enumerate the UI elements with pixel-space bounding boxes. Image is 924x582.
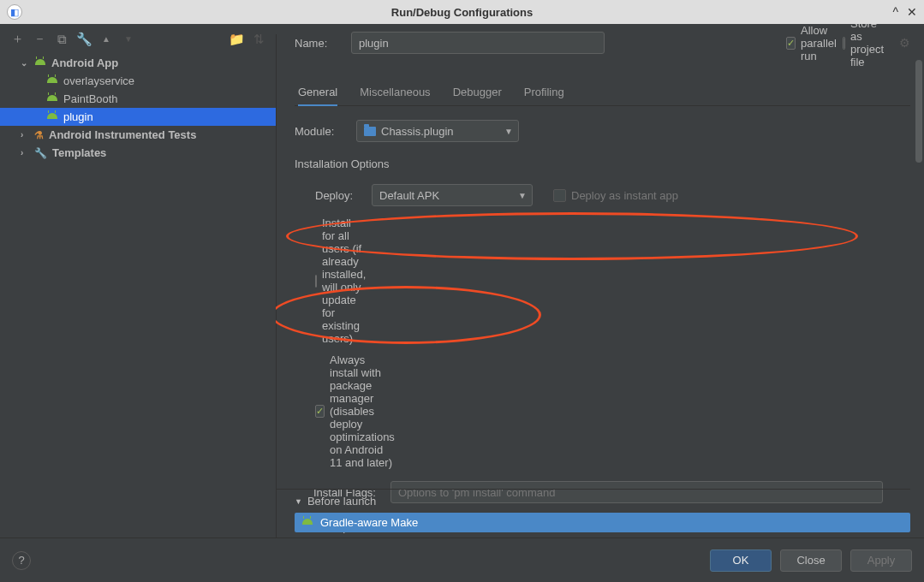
install-all-row: Install for all users (if already instal… [315, 217, 910, 345]
tab-miscellaneous[interactable]: Miscellaneous [360, 80, 430, 105]
before-launch-item[interactable]: Gradle-aware Make [295, 513, 910, 532]
close-button[interactable]: Close [780, 549, 842, 572]
tree-android-app[interactable]: ⌄ Android App [0, 54, 276, 72]
tree-templates[interactable]: › 🔧 Templates [0, 144, 276, 162]
checkbox-label: Deploy as instant app [571, 189, 678, 202]
down-icon[interactable]: ▼ [122, 34, 135, 44]
name-input[interactable] [351, 32, 605, 54]
apply-button[interactable]: Apply [850, 549, 912, 572]
tree-label: Templates [52, 146, 106, 159]
checkbox-icon [315, 405, 325, 418]
chevron-right-icon: › [21, 148, 29, 157]
sort-icon[interactable]: ⇅ [252, 32, 265, 47]
tab-general[interactable]: General [298, 80, 337, 105]
deploy-row: Deploy: Default APK ▼ Deploy as instant … [315, 184, 910, 206]
tree-item-plugin[interactable]: plugin [0, 108, 276, 126]
chevron-right-icon: › [21, 130, 29, 140]
up-icon[interactable]: ▲ [99, 34, 113, 44]
deploy-value: Default APK [379, 189, 439, 202]
ok-button[interactable]: OK [710, 549, 772, 572]
wrench-icon[interactable]: 🔧 [77, 32, 91, 47]
android-icon [46, 95, 58, 104]
chevron-down-icon: ▼ [504, 127, 513, 136]
help-button[interactable]: ? [12, 551, 31, 570]
tree-item-overlayservice[interactable]: overlayservice [0, 72, 276, 90]
window-close-icon[interactable]: ✕ [907, 5, 917, 19]
wrench-icon: 🔧 [34, 147, 47, 159]
always-package-manager-checkbox[interactable]: Always install with package manager (dis… [315, 353, 365, 469]
tree-label: overlayservice [63, 74, 134, 87]
app-icon: ◧ [7, 4, 22, 20]
tree-instrumented[interactable]: › ⚗ Android Instrumented Tests [0, 126, 276, 144]
left-panel: ＋ － ⧉ 🔧 ▲ ▼ 📁 ⇅ ⌄ Android App overlayser… [0, 24, 276, 537]
deploy-label: Deploy: [315, 189, 360, 202]
install-all-users-checkbox[interactable]: Install for all users (if already instal… [315, 217, 365, 345]
checkbox-label: Store as project file [850, 24, 884, 68]
tree-label: plugin [63, 110, 93, 123]
footer: ? OK Close Apply [0, 537, 924, 582]
deploy-instant-app-checkbox[interactable]: Deploy as instant app [553, 189, 678, 202]
config-toolbar: ＋ － ⧉ 🔧 ▲ ▼ 📁 ⇅ [0, 24, 276, 50]
before-launch-panel: ▼ Before launch Gradle-aware Make [276, 489, 910, 537]
always-pkg-row: Always install with package manager (dis… [315, 353, 910, 469]
before-launch-label: Gradle-aware Make [320, 516, 418, 529]
chevron-down-icon: ⌄ [21, 58, 29, 68]
chevron-down-icon: ▼ [295, 497, 302, 506]
android-icon [46, 113, 58, 122]
tab-profiling[interactable]: Profiling [524, 80, 564, 105]
add-icon[interactable]: ＋ [10, 31, 24, 47]
remove-icon[interactable]: － [33, 31, 46, 47]
checkbox-icon [786, 37, 796, 50]
android-icon [301, 519, 313, 527]
allow-parallel-checkbox[interactable]: Allow parallel run [786, 24, 827, 62]
scrollbar[interactable] [915, 60, 922, 163]
name-label: Name: [295, 37, 336, 50]
window-title: Run/Debug Configurations [391, 6, 533, 19]
tree-label: Android Instrumented Tests [49, 128, 196, 141]
store-as-file-checkbox[interactable]: Store as project file [843, 24, 884, 68]
name-row: Name: Allow parallel run Store as projec… [295, 24, 910, 62]
copy-icon[interactable]: ⧉ [55, 32, 69, 47]
window-controls: ^ ✕ [892, 5, 917, 19]
module-icon [364, 127, 376, 136]
before-launch-title: Before launch [307, 495, 376, 508]
flask-icon: ⚗ [34, 129, 44, 141]
right-panel: Name: Allow parallel run Store as projec… [276, 24, 924, 537]
titlebar: ◧ Run/Debug Configurations ^ ✕ [0, 0, 924, 24]
tree-label: Android App [51, 56, 118, 69]
before-launch-expander[interactable]: ▼ Before launch [276, 490, 910, 513]
tree-item-paintbooth[interactable]: PaintBooth [0, 90, 276, 108]
deploy-select[interactable]: Default APK ▼ [372, 184, 533, 206]
checkbox-label: Install for all users (if already instal… [322, 217, 366, 345]
android-icon [46, 77, 58, 86]
checkbox-icon [315, 275, 317, 288]
window-minimize-icon[interactable]: ^ [892, 5, 898, 19]
android-icon [34, 59, 46, 68]
main-body: ＋ － ⧉ 🔧 ▲ ▼ 📁 ⇅ ⌄ Android App overlayser… [0, 24, 924, 537]
installation-options-title: Installation Options [295, 157, 910, 170]
module-label: Module: [295, 125, 344, 138]
module-value: Chassis.plugin [381, 125, 454, 138]
config-tabs: General Miscellaneous Debugger Profiling [295, 80, 910, 106]
checkbox-icon [553, 189, 566, 202]
tree-label: PaintBooth [63, 92, 118, 105]
module-row: Module: Chassis.plugin ▼ [295, 120, 910, 142]
checkbox-icon [843, 37, 845, 50]
tab-debugger[interactable]: Debugger [453, 80, 502, 105]
config-tree: ⌄ Android App overlayservice PaintBooth … [0, 50, 276, 165]
folder-icon[interactable]: 📁 [230, 32, 243, 47]
chevron-down-icon: ▼ [518, 191, 527, 200]
module-select[interactable]: Chassis.plugin ▼ [356, 120, 519, 142]
checkbox-label: Allow parallel run [801, 24, 837, 62]
checkbox-label: Always install with package manager (dis… [330, 353, 395, 469]
gear-icon[interactable]: ⚙ [899, 36, 910, 50]
